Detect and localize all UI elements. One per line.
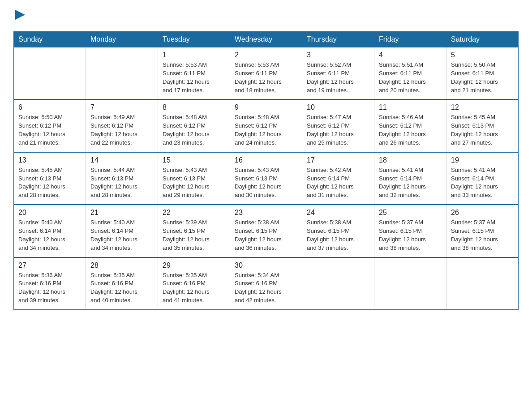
day-info: Sunrise: 5:37 AM Sunset: 6:15 PM Dayligh… <box>451 218 514 252</box>
calendar-cell <box>86 47 158 100</box>
calendar-body: 1Sunrise: 5:53 AM Sunset: 6:11 PM Daylig… <box>14 47 519 310</box>
day-number: 14 <box>90 156 153 164</box>
calendar-week-row: 20Sunrise: 5:40 AM Sunset: 6:14 PM Dayli… <box>14 205 519 257</box>
calendar-cell: 26Sunrise: 5:37 AM Sunset: 6:15 PM Dayli… <box>446 205 519 257</box>
day-info: Sunrise: 5:43 AM Sunset: 6:13 PM Dayligh… <box>235 166 297 200</box>
day-number: 24 <box>307 209 369 217</box>
day-info: Sunrise: 5:40 AM Sunset: 6:14 PM Dayligh… <box>18 218 81 252</box>
day-number: 23 <box>235 209 297 217</box>
day-info: Sunrise: 5:45 AM Sunset: 6:13 PM Dayligh… <box>18 166 81 200</box>
calendar-cell: 19Sunrise: 5:41 AM Sunset: 6:14 PM Dayli… <box>446 152 519 205</box>
calendar-table: SundayMondayTuesdayWednesdayThursdayFrid… <box>13 31 519 310</box>
calendar-cell: 17Sunrise: 5:42 AM Sunset: 6:14 PM Dayli… <box>302 152 374 205</box>
calendar-week-row: 13Sunrise: 5:45 AM Sunset: 6:13 PM Dayli… <box>14 152 519 205</box>
day-info: Sunrise: 5:39 AM Sunset: 6:15 PM Dayligh… <box>163 218 225 252</box>
day-number: 10 <box>307 103 369 111</box>
day-info: Sunrise: 5:48 AM Sunset: 6:12 PM Dayligh… <box>235 113 297 147</box>
day-info: Sunrise: 5:45 AM Sunset: 6:13 PM Dayligh… <box>451 113 514 147</box>
day-number: 28 <box>90 261 153 270</box>
day-info: Sunrise: 5:47 AM Sunset: 6:12 PM Dayligh… <box>307 113 369 147</box>
day-info: Sunrise: 5:43 AM Sunset: 6:13 PM Dayligh… <box>163 166 225 200</box>
day-info: Sunrise: 5:53 AM Sunset: 6:11 PM Dayligh… <box>163 61 225 94</box>
calendar-cell: 10Sunrise: 5:47 AM Sunset: 6:12 PM Dayli… <box>302 99 374 152</box>
calendar-header: SundayMondayTuesdayWednesdayThursdayFrid… <box>14 32 519 47</box>
calendar-week-row: 27Sunrise: 5:36 AM Sunset: 6:16 PM Dayli… <box>14 257 519 310</box>
day-info: Sunrise: 5:51 AM Sunset: 6:11 PM Dayligh… <box>379 61 442 94</box>
calendar-cell: 23Sunrise: 5:38 AM Sunset: 6:15 PM Dayli… <box>230 205 302 257</box>
day-info: Sunrise: 5:35 AM Sunset: 6:16 PM Dayligh… <box>163 271 225 305</box>
day-number: 3 <box>307 51 369 59</box>
day-info: Sunrise: 5:38 AM Sunset: 6:15 PM Dayligh… <box>307 218 369 252</box>
calendar-cell <box>14 47 86 100</box>
calendar-cell: 3Sunrise: 5:52 AM Sunset: 6:11 PM Daylig… <box>302 47 374 100</box>
calendar-cell: 8Sunrise: 5:48 AM Sunset: 6:12 PM Daylig… <box>158 99 230 152</box>
calendar-cell <box>302 257 374 310</box>
calendar-cell: 15Sunrise: 5:43 AM Sunset: 6:13 PM Dayli… <box>158 152 230 205</box>
day-number: 30 <box>235 261 297 270</box>
day-info: Sunrise: 5:40 AM Sunset: 6:14 PM Dayligh… <box>90 218 153 252</box>
day-info: Sunrise: 5:46 AM Sunset: 6:12 PM Dayligh… <box>379 113 442 147</box>
day-info: Sunrise: 5:53 AM Sunset: 6:11 PM Dayligh… <box>235 61 297 94</box>
day-number: 26 <box>451 209 514 217</box>
day-info: Sunrise: 5:44 AM Sunset: 6:13 PM Dayligh… <box>90 166 153 200</box>
calendar-cell: 21Sunrise: 5:40 AM Sunset: 6:14 PM Dayli… <box>86 205 158 257</box>
calendar-cell: 27Sunrise: 5:36 AM Sunset: 6:16 PM Dayli… <box>14 257 86 310</box>
day-number: 1 <box>163 51 225 59</box>
day-number: 16 <box>235 156 297 164</box>
weekday-header-tuesday: Tuesday <box>158 32 230 47</box>
calendar-week-row: 6Sunrise: 5:50 AM Sunset: 6:12 PM Daylig… <box>14 99 519 152</box>
calendar-cell: 30Sunrise: 5:34 AM Sunset: 6:16 PM Dayli… <box>230 257 302 310</box>
calendar-cell: 28Sunrise: 5:35 AM Sunset: 6:16 PM Dayli… <box>86 257 158 310</box>
weekday-header-sunday: Sunday <box>14 32 86 47</box>
day-number: 4 <box>379 51 442 59</box>
day-info: Sunrise: 5:49 AM Sunset: 6:12 PM Dayligh… <box>90 113 153 147</box>
day-number: 8 <box>163 103 225 111</box>
day-info: Sunrise: 5:50 AM Sunset: 6:12 PM Dayligh… <box>18 113 81 147</box>
page-header <box>13 9 519 23</box>
day-info: Sunrise: 5:52 AM Sunset: 6:11 PM Dayligh… <box>307 61 369 94</box>
calendar-cell: 16Sunrise: 5:43 AM Sunset: 6:13 PM Dayli… <box>230 152 302 205</box>
calendar-cell: 18Sunrise: 5:41 AM Sunset: 6:14 PM Dayli… <box>374 152 446 205</box>
day-number: 18 <box>379 156 442 164</box>
calendar-cell: 11Sunrise: 5:46 AM Sunset: 6:12 PM Dayli… <box>374 99 446 152</box>
day-number: 7 <box>90 103 153 111</box>
calendar-cell: 1Sunrise: 5:53 AM Sunset: 6:11 PM Daylig… <box>158 47 230 100</box>
weekday-header-thursday: Thursday <box>302 32 374 47</box>
day-number: 12 <box>451 103 514 111</box>
day-number: 19 <box>451 156 514 164</box>
day-number: 9 <box>235 103 297 111</box>
calendar-cell: 24Sunrise: 5:38 AM Sunset: 6:15 PM Dayli… <box>302 205 374 257</box>
calendar-cell: 14Sunrise: 5:44 AM Sunset: 6:13 PM Dayli… <box>86 152 158 205</box>
weekday-header-wednesday: Wednesday <box>230 32 302 47</box>
logo-triangle-icon <box>15 10 25 20</box>
day-info: Sunrise: 5:36 AM Sunset: 6:16 PM Dayligh… <box>18 271 81 305</box>
day-info: Sunrise: 5:50 AM Sunset: 6:11 PM Dayligh… <box>451 61 514 94</box>
calendar-cell: 9Sunrise: 5:48 AM Sunset: 6:12 PM Daylig… <box>230 99 302 152</box>
day-info: Sunrise: 5:41 AM Sunset: 6:14 PM Dayligh… <box>379 166 442 200</box>
day-number: 13 <box>18 156 81 164</box>
calendar-cell: 22Sunrise: 5:39 AM Sunset: 6:15 PM Dayli… <box>158 205 230 257</box>
calendar-cell: 6Sunrise: 5:50 AM Sunset: 6:12 PM Daylig… <box>14 99 86 152</box>
calendar-cell <box>374 257 446 310</box>
weekday-header-saturday: Saturday <box>446 32 519 47</box>
calendar-cell: 4Sunrise: 5:51 AM Sunset: 6:11 PM Daylig… <box>374 47 446 100</box>
day-info: Sunrise: 5:35 AM Sunset: 6:16 PM Dayligh… <box>90 271 153 305</box>
weekday-header-row: SundayMondayTuesdayWednesdayThursdayFrid… <box>14 32 519 47</box>
logo <box>13 9 25 23</box>
calendar-cell: 29Sunrise: 5:35 AM Sunset: 6:16 PM Dayli… <box>158 257 230 310</box>
calendar-cell: 5Sunrise: 5:50 AM Sunset: 6:11 PM Daylig… <box>446 47 519 100</box>
weekday-header-friday: Friday <box>374 32 446 47</box>
day-info: Sunrise: 5:42 AM Sunset: 6:14 PM Dayligh… <box>307 166 369 200</box>
calendar-cell <box>446 257 519 310</box>
calendar-week-row: 1Sunrise: 5:53 AM Sunset: 6:11 PM Daylig… <box>14 47 519 100</box>
day-info: Sunrise: 5:48 AM Sunset: 6:12 PM Dayligh… <box>163 113 225 147</box>
day-number: 20 <box>18 209 81 217</box>
day-number: 27 <box>18 261 81 270</box>
day-info: Sunrise: 5:38 AM Sunset: 6:15 PM Dayligh… <box>235 218 297 252</box>
day-number: 25 <box>379 209 442 217</box>
day-number: 21 <box>90 209 153 217</box>
day-number: 11 <box>379 103 442 111</box>
day-info: Sunrise: 5:41 AM Sunset: 6:14 PM Dayligh… <box>451 166 514 200</box>
calendar-cell: 25Sunrise: 5:37 AM Sunset: 6:15 PM Dayli… <box>374 205 446 257</box>
calendar-cell: 20Sunrise: 5:40 AM Sunset: 6:14 PM Dayli… <box>14 205 86 257</box>
